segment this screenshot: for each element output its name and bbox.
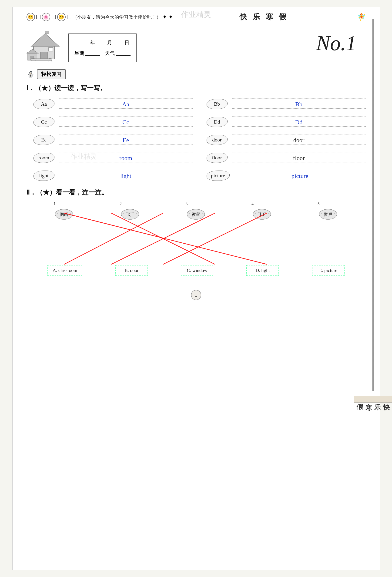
word-item-picture: picture picture bbox=[207, 170, 366, 181]
answer-floor: floor bbox=[232, 153, 366, 162]
exercise2-title: Ⅱ．（★）看一看，连一连。 bbox=[27, 188, 366, 197]
svg-text:灯: 灯 bbox=[128, 212, 132, 217]
svg-line-22 bbox=[64, 213, 267, 264]
top-bar-left: 😊 🌸 😊 （小朋友，请为今天的学习做个评价吧！） ✦ ✦ bbox=[27, 13, 173, 21]
bottom-items-row: A. classroom B. door C. window D. light … bbox=[31, 265, 361, 276]
word-item-room: room room 作业精灵 bbox=[34, 152, 193, 163]
checkbox3 bbox=[67, 15, 71, 19]
page-number: 1 bbox=[195, 292, 197, 298]
page-number-area: 1 bbox=[27, 285, 366, 300]
date-section: ______ 年 ____ 月 ____ 日 星期 ______ 天气 ____… bbox=[69, 34, 137, 62]
month-label: 月 bbox=[107, 40, 112, 45]
house-illustration bbox=[27, 31, 64, 61]
year-blank: ______ bbox=[74, 40, 89, 45]
answer-light: light bbox=[59, 171, 193, 180]
top-right-text: 快 乐 寒 假 bbox=[240, 12, 288, 22]
leaf-svg-3: 教室 bbox=[185, 208, 206, 220]
star-deco: ✦ ✦ bbox=[162, 14, 173, 20]
answer-ee: Ee bbox=[59, 135, 193, 144]
svg-rect-3 bbox=[49, 47, 53, 51]
leaf-cc: Cc bbox=[34, 117, 54, 127]
section-review-header: ⛄ 轻松复习 bbox=[27, 69, 366, 79]
svg-line-25 bbox=[111, 213, 215, 264]
svg-text:图画: 图画 bbox=[60, 212, 68, 217]
svg-rect-5 bbox=[45, 31, 49, 34]
exercise1-title: Ⅰ．（★）读一读，写一写。 bbox=[27, 84, 366, 93]
weather-blank: ______ bbox=[116, 50, 131, 56]
page-title: No.1 bbox=[316, 31, 366, 55]
snowman-icon: ⛄ bbox=[27, 71, 35, 78]
day-blank: ____ bbox=[113, 40, 123, 45]
leaf-svg-4: 门 bbox=[251, 208, 272, 220]
leaf-room: room bbox=[34, 153, 54, 163]
leaf-dd: Dd bbox=[207, 117, 227, 127]
answer-cc: Cc bbox=[59, 117, 193, 127]
leaf-floor: floor bbox=[207, 153, 227, 163]
answer-dd: Dd bbox=[232, 117, 366, 127]
answer-picture: picture bbox=[234, 171, 366, 180]
word-item-light: light light bbox=[34, 170, 193, 181]
month-blank: ____ bbox=[96, 40, 106, 45]
leaf-svg-1: 图画 bbox=[54, 208, 74, 220]
svg-line-24 bbox=[64, 213, 163, 264]
day-label: 日 bbox=[124, 40, 129, 45]
fairy-icon: 🧚 bbox=[357, 13, 366, 21]
leaf-ee: Ee bbox=[34, 135, 54, 145]
word-item-floor: floor floor bbox=[207, 152, 366, 163]
bottom-item-b: B. door bbox=[115, 265, 148, 276]
leaf-light: light bbox=[34, 171, 54, 181]
top-item-3: 3. 教室 bbox=[185, 202, 206, 220]
vertical-pole bbox=[372, 19, 374, 391]
emoji2: 🌸 bbox=[42, 13, 50, 21]
right-decoration: 快 乐 寒 假 bbox=[367, 7, 380, 570]
page-number-circle: 1 bbox=[191, 290, 201, 300]
weekday-label: 星期 bbox=[74, 50, 84, 56]
year-label: 年 bbox=[90, 40, 95, 45]
leaf-door: door bbox=[207, 135, 227, 145]
word-rows: Aa Aa Bb Bb Cc Cc bbox=[34, 98, 366, 181]
weather-label: 天气 bbox=[105, 50, 115, 56]
leaf-aa: Aa bbox=[34, 99, 54, 109]
connect-area: 1. 图画 2. 灯 3. 教 bbox=[31, 202, 361, 276]
leaf-bb: Bb bbox=[207, 99, 227, 109]
checkbox1 bbox=[36, 15, 40, 19]
answer-aa: Aa bbox=[59, 100, 193, 109]
svg-line-23 bbox=[111, 213, 215, 264]
top-item-4: 4. 门 bbox=[251, 202, 272, 220]
svg-text:教室: 教室 bbox=[192, 212, 200, 217]
leaf-svg-2: 灯 bbox=[120, 208, 141, 220]
answer-door: door bbox=[232, 135, 366, 144]
sidebar-label: 快 乐 寒 假 bbox=[354, 396, 392, 403]
svg-marker-1 bbox=[31, 34, 59, 46]
word-item-door: door door bbox=[207, 134, 366, 145]
svg-rect-11 bbox=[31, 59, 52, 61]
svg-line-26 bbox=[163, 213, 267, 264]
svg-text:门: 门 bbox=[260, 212, 264, 217]
top-item-2: 2. 灯 bbox=[120, 202, 141, 220]
leaf-picture: picture bbox=[207, 171, 230, 181]
svg-text:窗户: 窗户 bbox=[324, 212, 332, 217]
emoji3: 😊 bbox=[57, 13, 66, 21]
top-items-row: 1. 图画 2. 灯 3. 教 bbox=[31, 202, 361, 220]
word-item-bb: Bb Bb bbox=[207, 98, 366, 109]
bottom-item-a: A. classroom bbox=[47, 265, 82, 276]
answer-bb: Bb bbox=[232, 100, 366, 109]
review-label: 轻松复习 bbox=[37, 69, 66, 79]
bottom-item-d: D. light bbox=[246, 265, 279, 276]
bottom-item-e: E. picture bbox=[312, 265, 345, 276]
top-item-1: 1. 图画 bbox=[54, 202, 74, 220]
svg-rect-2 bbox=[40, 52, 47, 59]
word-item-dd: Dd Dd bbox=[207, 116, 366, 127]
weekday-blank: ______ bbox=[85, 50, 100, 56]
checkbox2 bbox=[52, 15, 56, 19]
answer-room: room bbox=[59, 153, 193, 162]
top-prompt: （小朋友，请为今天的学习做个评价吧！） bbox=[72, 14, 161, 20]
top-item-5: 5. 窗户 bbox=[318, 202, 338, 220]
header-watermark: 作业精灵 bbox=[181, 9, 211, 20]
bottom-item-c: C. window bbox=[181, 265, 213, 276]
word-item-ee: Ee Ee bbox=[34, 134, 193, 145]
leaf-svg-5: 窗户 bbox=[318, 208, 338, 220]
emoji1: 😊 bbox=[27, 13, 35, 21]
title-area: ______ 年 ____ 月 ____ 日 星期 ______ 天气 ____… bbox=[27, 29, 366, 62]
word-item-aa: Aa Aa bbox=[34, 98, 193, 109]
